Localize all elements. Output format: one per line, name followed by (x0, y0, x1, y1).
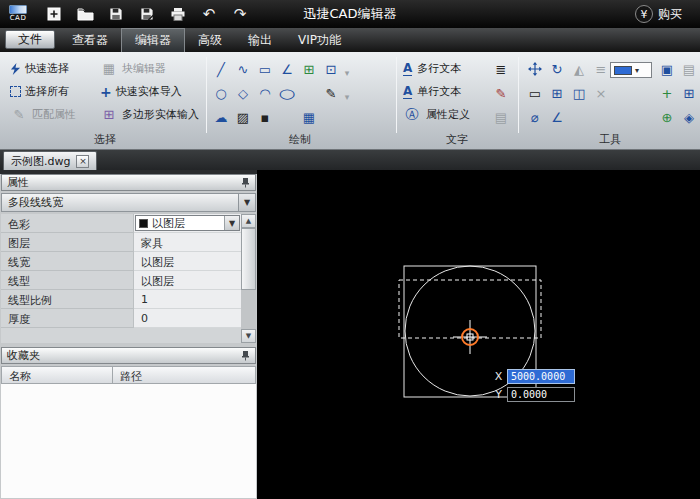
color-value-dropdown[interactable]: 以图层 ▼ (135, 215, 240, 231)
selector-dropdown-icon[interactable]: ▼ (238, 194, 255, 211)
text-style-icon[interactable]: ≣ (492, 60, 510, 78)
pan-icon[interactable]: ◈ (680, 108, 698, 126)
menu-tab-viewer[interactable]: 查看器 (59, 28, 121, 52)
erase-icon[interactable]: ▭ (526, 84, 544, 102)
attribute-define-button[interactable]: Ⓐ 属性定义 (403, 105, 470, 124)
group-separator (206, 57, 207, 133)
save-button[interactable] (107, 5, 125, 23)
pin-icon[interactable] (241, 350, 250, 361)
select-all-label: 选择所有 (25, 84, 69, 99)
color-picker-dropdown[interactable]: ▾ (610, 62, 652, 78)
delete-icon[interactable]: × (592, 84, 610, 102)
new-file-button[interactable] (45, 5, 63, 23)
move-icon[interactable] (526, 60, 544, 78)
coordinate-x-input[interactable]: 5000.0000 (507, 369, 575, 384)
undo-button[interactable]: ↶ (200, 5, 218, 23)
property-value[interactable]: 以图层 (134, 271, 241, 290)
insert-block-icon[interactable]: ⊞ (300, 60, 318, 78)
layout-icon[interactable]: ◫ (570, 84, 588, 102)
copy-icon[interactable]: ▣ (658, 60, 676, 78)
scrollbar-thumb[interactable] (241, 228, 256, 290)
coordinate-y-input[interactable]: 0.0000 (507, 387, 575, 402)
revision-cloud-icon[interactable]: ☁ (212, 108, 230, 126)
rectangle-icon[interactable]: ▭ (256, 60, 274, 78)
ellipse-icon[interactable]: ○ (278, 84, 296, 102)
offset-icon[interactable]: ≡ (592, 60, 610, 78)
match-properties-button[interactable]: ✎ 匹配属性 (10, 105, 76, 124)
scroll-up-icon[interactable]: ▲ (241, 214, 256, 228)
property-value[interactable]: 家具 (134, 233, 241, 252)
buy-button[interactable]: ¥ 购买 (635, 0, 682, 28)
coordinate-y-row: Y 0.0000 (494, 387, 575, 402)
polyline-icon[interactable]: ∠ (278, 60, 296, 78)
edit-text-icon[interactable]: ✎ (492, 84, 510, 102)
color-value-text: 以图层 (152, 216, 185, 231)
column-header-path[interactable]: 路径 (113, 366, 256, 384)
block-dropdown-icon[interactable]: ▾ (342, 64, 352, 82)
diameter-icon[interactable]: ⌀ (526, 108, 544, 126)
menu-tab-editor[interactable]: 编辑器 (121, 28, 185, 52)
property-type-selector-value: 多段线线宽 (8, 195, 63, 210)
document-tab[interactable]: 示例图.dwg × (3, 151, 97, 170)
menu-tab-file[interactable]: 文件 (5, 30, 55, 49)
array-icon[interactable]: ⊞ (548, 84, 566, 102)
menu-tab-advanced[interactable]: 高级 (185, 28, 235, 52)
scroll-down-icon[interactable]: ▼ (241, 329, 256, 343)
print-button[interactable] (169, 5, 187, 23)
color-value-caret-icon[interactable]: ▼ (224, 216, 239, 230)
favorites-panel-title: 收藏夹 (7, 348, 40, 363)
menu-tab-vip[interactable]: VIP功能 (285, 28, 354, 52)
draw-dropdown-icon[interactable]: ▾ (342, 88, 352, 106)
drawing-canvas[interactable]: X 5000.0000 Y 0.0000 (258, 170, 700, 499)
spline-icon[interactable]: ∿ (234, 60, 252, 78)
polygon-entity-input-button[interactable]: ⊞ 多边形实体输入 (100, 105, 199, 124)
pin-icon[interactable] (241, 177, 250, 188)
property-row-linetype-scale: 线型比例 1 (1, 290, 241, 309)
point-icon[interactable]: ▪ (256, 108, 274, 126)
left-panel: 属性 多段线线宽 ▼ 色彩 以图层 ▼ 图层 家具 线宽 以 (0, 170, 258, 499)
line-icon[interactable]: ╱ (212, 60, 230, 78)
quick-select-button[interactable]: 快速选择 (10, 59, 69, 78)
tab-close-icon[interactable]: × (76, 155, 89, 168)
arc-icon[interactable]: ◠ (256, 84, 274, 102)
redo-button[interactable]: ↷ (231, 5, 249, 23)
open-file-button[interactable] (76, 5, 94, 23)
add-entity-icon[interactable]: + (658, 84, 676, 102)
property-value: 以图层 ▼ (134, 214, 241, 233)
favorites-list[interactable] (1, 384, 256, 498)
property-label: 色彩 (1, 214, 134, 233)
text-options-icon[interactable]: ▤ (492, 108, 510, 126)
save-icon (109, 7, 123, 21)
select-all-button[interactable]: 选择所有 (10, 82, 69, 101)
singleline-text-icon: A (403, 85, 412, 99)
menu-tab-output[interactable]: 输出 (235, 28, 285, 52)
quick-entity-import-button[interactable]: + 快速实体导入 (100, 82, 182, 101)
coordinate-y-label: Y (494, 388, 503, 401)
paste-icon[interactable]: ▤ (680, 60, 698, 78)
rotate-icon[interactable]: ↻ (548, 60, 566, 78)
target-icon[interactable]: ⊕ (658, 108, 676, 126)
property-value[interactable]: 0 (134, 309, 241, 328)
circle-icon[interactable]: ○ (212, 84, 230, 102)
properties-scrollbar[interactable]: ▲ ▼ (241, 214, 256, 343)
mirror-icon[interactable]: ◭ (570, 60, 588, 78)
group-label-draw: 绘制 (255, 132, 345, 147)
block-reference-icon[interactable]: ⊡ (322, 60, 340, 78)
favorites-panel-header: 收藏夹 (1, 347, 256, 364)
multiline-text-button[interactable]: A 多行文本 (403, 59, 461, 78)
property-value[interactable]: 1 (134, 290, 241, 309)
column-header-name[interactable]: 名称 (1, 366, 113, 384)
property-row-linetype: 线型 以图层 (1, 271, 241, 290)
hatch-icon[interactable]: ▨ (234, 108, 252, 126)
property-value[interactable]: 以图层 (134, 252, 241, 271)
pencil-icon[interactable]: ✎ (322, 84, 340, 102)
cad-editor-window: CAD ↶ ↷ 迅捷CAD编辑器 ¥ 购买 (0, 0, 700, 499)
property-type-selector[interactable]: 多段线线宽 ▼ (1, 193, 256, 212)
polygon-icon[interactable]: ◇ (234, 84, 252, 102)
angle-icon[interactable]: ∠ (548, 108, 566, 126)
grid-icon[interactable]: ⊞ (680, 84, 698, 102)
save-as-button[interactable] (138, 5, 156, 23)
singleline-text-button[interactable]: A 单行文本 (403, 82, 461, 101)
block-editor-button[interactable]: ▦ 块编辑器 (100, 59, 166, 78)
table-icon[interactable]: ▦ (300, 108, 318, 126)
